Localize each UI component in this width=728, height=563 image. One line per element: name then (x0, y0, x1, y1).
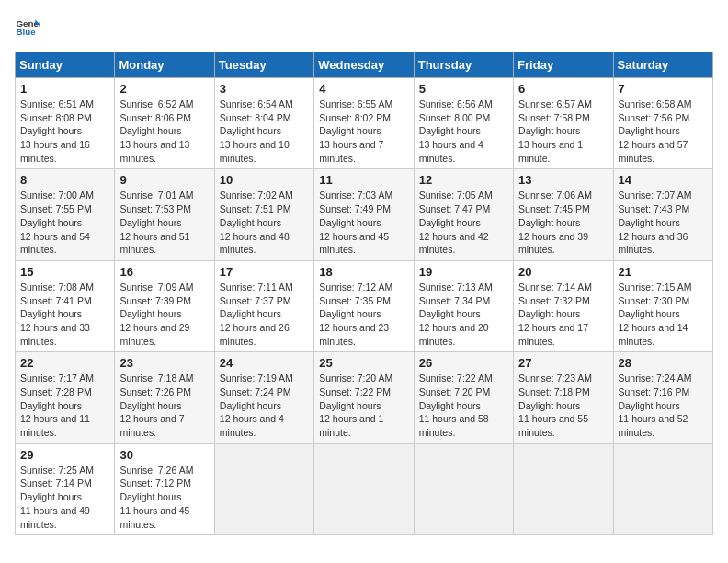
day-number: 11 (319, 173, 408, 187)
calendar-cell (514, 443, 613, 534)
svg-text:Blue: Blue (16, 27, 36, 37)
day-info: Sunrise: 6:51 AMSunset: 8:08 PMDaylight … (20, 98, 94, 164)
calendar-cell: 2 Sunrise: 6:52 AMSunset: 8:06 PMDayligh… (115, 78, 214, 169)
calendar-cell: 23 Sunrise: 7:18 AMSunset: 7:26 PMDaylig… (115, 352, 214, 443)
day-number: 17 (220, 265, 309, 279)
day-info: Sunrise: 7:05 AMSunset: 7:47 PMDaylight … (419, 190, 493, 255)
calendar-cell (314, 443, 414, 534)
day-number: 13 (518, 173, 608, 187)
day-number: 29 (20, 448, 109, 462)
calendar-cell: 20 Sunrise: 7:14 AMSunset: 7:32 PMDaylig… (514, 260, 613, 351)
day-number: 23 (119, 356, 209, 370)
day-number: 25 (319, 356, 408, 370)
calendar-cell: 19 Sunrise: 7:13 AMSunset: 7:34 PMDaylig… (414, 260, 513, 351)
day-info: Sunrise: 7:25 AMSunset: 7:14 PMDaylight … (20, 465, 94, 530)
day-number: 15 (20, 265, 109, 279)
day-info: Sunrise: 7:24 AMSunset: 7:16 PMDaylight … (619, 373, 692, 438)
calendar-cell: 11 Sunrise: 7:03 AMSunset: 7:49 PMDaylig… (314, 169, 414, 260)
day-info: Sunrise: 7:17 AMSunset: 7:28 PMDaylight … (20, 373, 94, 438)
day-number: 9 (119, 173, 209, 187)
calendar-cell: 30 Sunrise: 7:26 AMSunset: 7:12 PMDaylig… (115, 443, 214, 534)
calendar-cell: 16 Sunrise: 7:09 AMSunset: 7:39 PMDaylig… (115, 260, 214, 351)
day-info: Sunrise: 6:57 AMSunset: 7:58 PMDaylight … (518, 98, 592, 164)
day-info: Sunrise: 6:55 AMSunset: 8:02 PMDaylight … (319, 98, 392, 164)
day-info: Sunrise: 6:56 AMSunset: 8:00 PMDaylight … (419, 98, 493, 164)
calendar-week-row: 8 Sunrise: 7:00 AMSunset: 7:55 PMDayligh… (16, 169, 713, 260)
day-number: 22 (20, 356, 109, 370)
day-info: Sunrise: 7:02 AMSunset: 7:51 PMDaylight … (220, 190, 293, 255)
calendar-week-row: 22 Sunrise: 7:17 AMSunset: 7:28 PMDaylig… (16, 352, 713, 443)
day-number: 21 (619, 265, 708, 279)
day-info: Sunrise: 7:06 AMSunset: 7:45 PMDaylight … (518, 190, 592, 255)
calendar-header-row: SundayMondayTuesdayWednesdayThursdayFrid… (16, 52, 713, 78)
day-info: Sunrise: 7:01 AMSunset: 7:53 PMDaylight … (119, 190, 193, 255)
calendar-cell: 29 Sunrise: 7:25 AMSunset: 7:14 PMDaylig… (16, 443, 115, 534)
day-number: 14 (619, 173, 708, 187)
calendar-cell: 27 Sunrise: 7:23 AMSunset: 7:18 PMDaylig… (514, 352, 613, 443)
day-number: 19 (419, 265, 508, 279)
day-info: Sunrise: 7:15 AMSunset: 7:30 PMDaylight … (619, 282, 692, 347)
col-header-wednesday: Wednesday (314, 52, 414, 78)
day-number: 12 (419, 173, 508, 187)
day-info: Sunrise: 7:18 AMSunset: 7:26 PMDaylight … (119, 373, 193, 438)
day-number: 5 (419, 82, 508, 96)
calendar-cell: 1 Sunrise: 6:51 AMSunset: 8:08 PMDayligh… (16, 78, 115, 169)
day-info: Sunrise: 7:09 AMSunset: 7:39 PMDaylight … (119, 282, 193, 347)
page-header: General Blue (15, 15, 713, 40)
day-info: Sunrise: 7:03 AMSunset: 7:49 PMDaylight … (319, 190, 392, 255)
calendar-week-row: 29 Sunrise: 7:25 AMSunset: 7:14 PMDaylig… (16, 443, 713, 534)
calendar-week-row: 15 Sunrise: 7:08 AMSunset: 7:41 PMDaylig… (16, 260, 713, 351)
day-info: Sunrise: 7:14 AMSunset: 7:32 PMDaylight … (518, 282, 592, 347)
col-header-saturday: Saturday (613, 52, 712, 78)
day-number: 3 (220, 82, 309, 96)
day-info: Sunrise: 6:54 AMSunset: 8:04 PMDaylight … (220, 98, 293, 164)
day-info: Sunrise: 7:20 AMSunset: 7:22 PMDaylight … (319, 373, 392, 438)
day-number: 8 (20, 173, 109, 187)
day-info: Sunrise: 7:19 AMSunset: 7:24 PMDaylight … (220, 373, 293, 438)
calendar-cell: 8 Sunrise: 7:00 AMSunset: 7:55 PMDayligh… (16, 169, 115, 260)
day-number: 4 (319, 82, 408, 96)
col-header-friday: Friday (514, 52, 613, 78)
col-header-sunday: Sunday (16, 52, 115, 78)
calendar-cell (214, 443, 313, 534)
calendar-cell: 12 Sunrise: 7:05 AMSunset: 7:47 PMDaylig… (414, 169, 513, 260)
calendar-cell: 3 Sunrise: 6:54 AMSunset: 8:04 PMDayligh… (214, 78, 313, 169)
calendar-cell: 13 Sunrise: 7:06 AMSunset: 7:45 PMDaylig… (514, 169, 613, 260)
logo-icon: General Blue (15, 15, 40, 40)
col-header-monday: Monday (115, 52, 214, 78)
day-info: Sunrise: 7:22 AMSunset: 7:20 PMDaylight … (419, 373, 493, 438)
calendar-cell: 25 Sunrise: 7:20 AMSunset: 7:22 PMDaylig… (314, 352, 414, 443)
calendar-cell: 24 Sunrise: 7:19 AMSunset: 7:24 PMDaylig… (214, 352, 313, 443)
day-number: 1 (20, 82, 109, 96)
calendar-cell (414, 443, 513, 534)
day-number: 26 (419, 356, 508, 370)
calendar-cell: 18 Sunrise: 7:12 AMSunset: 7:35 PMDaylig… (314, 260, 414, 351)
calendar-table: SundayMondayTuesdayWednesdayThursdayFrid… (15, 52, 713, 535)
day-info: Sunrise: 7:00 AMSunset: 7:55 PMDaylight … (20, 190, 94, 255)
calendar-cell: 7 Sunrise: 6:58 AMSunset: 7:56 PMDayligh… (613, 78, 712, 169)
calendar-cell: 17 Sunrise: 7:11 AMSunset: 7:37 PMDaylig… (214, 260, 313, 351)
day-number: 24 (220, 356, 309, 370)
calendar-cell: 15 Sunrise: 7:08 AMSunset: 7:41 PMDaylig… (16, 260, 115, 351)
calendar-cell: 9 Sunrise: 7:01 AMSunset: 7:53 PMDayligh… (115, 169, 214, 260)
day-info: Sunrise: 7:23 AMSunset: 7:18 PMDaylight … (518, 373, 592, 438)
day-number: 2 (119, 82, 209, 96)
col-header-thursday: Thursday (414, 52, 513, 78)
day-info: Sunrise: 7:26 AMSunset: 7:12 PMDaylight … (119, 465, 193, 530)
calendar-cell: 10 Sunrise: 7:02 AMSunset: 7:51 PMDaylig… (214, 169, 313, 260)
day-info: Sunrise: 6:52 AMSunset: 8:06 PMDaylight … (119, 98, 193, 164)
calendar-cell: 21 Sunrise: 7:15 AMSunset: 7:30 PMDaylig… (613, 260, 712, 351)
day-number: 27 (518, 356, 608, 370)
day-info: Sunrise: 7:08 AMSunset: 7:41 PMDaylight … (20, 282, 94, 347)
col-header-tuesday: Tuesday (214, 52, 313, 78)
day-number: 6 (518, 82, 608, 96)
day-number: 7 (619, 82, 708, 96)
day-info: Sunrise: 7:12 AMSunset: 7:35 PMDaylight … (319, 282, 392, 347)
calendar-cell: 4 Sunrise: 6:55 AMSunset: 8:02 PMDayligh… (314, 78, 414, 169)
calendar-week-row: 1 Sunrise: 6:51 AMSunset: 8:08 PMDayligh… (16, 78, 713, 169)
day-info: Sunrise: 7:13 AMSunset: 7:34 PMDaylight … (419, 282, 493, 347)
day-info: Sunrise: 7:11 AMSunset: 7:37 PMDaylight … (220, 282, 293, 347)
day-number: 18 (319, 265, 408, 279)
calendar-cell: 14 Sunrise: 7:07 AMSunset: 7:43 PMDaylig… (613, 169, 712, 260)
day-info: Sunrise: 6:58 AMSunset: 7:56 PMDaylight … (619, 98, 692, 164)
